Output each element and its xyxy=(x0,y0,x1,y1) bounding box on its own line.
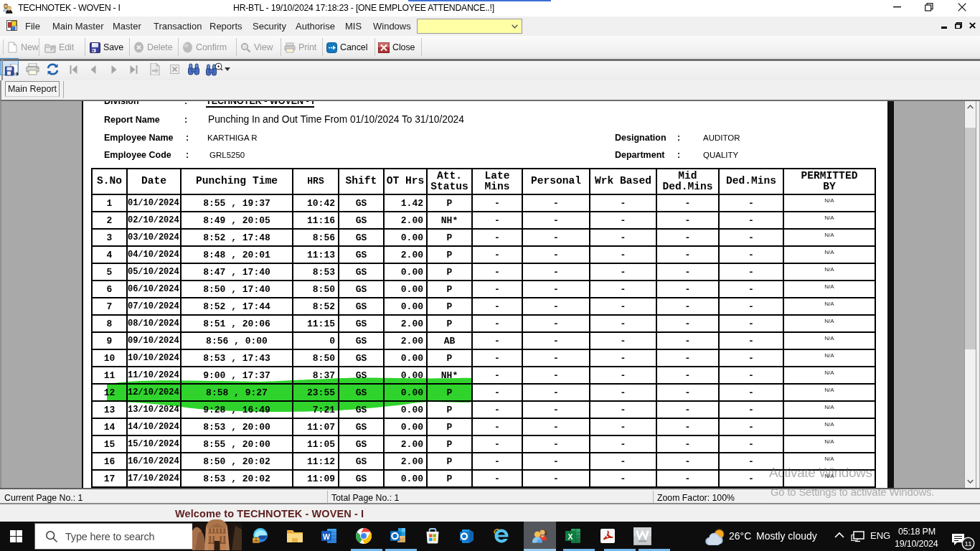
svg-text:X: X xyxy=(567,532,573,541)
svg-text:W: W xyxy=(323,532,330,541)
svg-text:11: 11 xyxy=(965,540,972,547)
